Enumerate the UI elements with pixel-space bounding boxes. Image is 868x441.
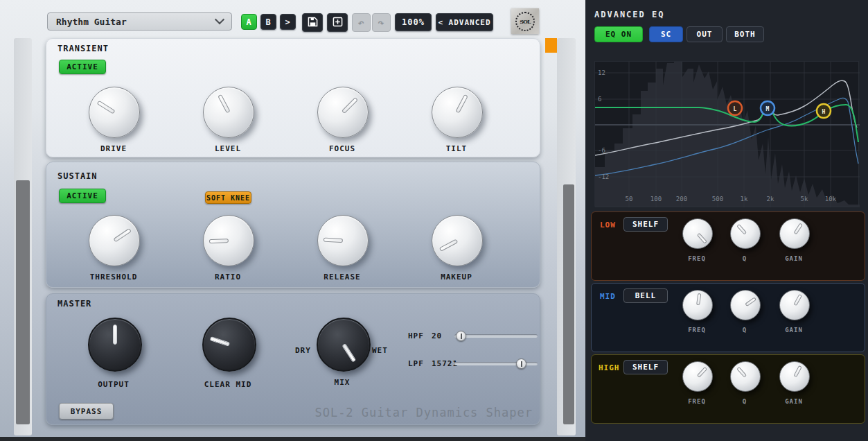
output-knob[interactable] bbox=[88, 318, 142, 372]
clear-mid-knob[interactable] bbox=[202, 318, 256, 372]
low-gain-label: GAIN bbox=[752, 255, 835, 262]
hpf-slider-track[interactable] bbox=[454, 334, 538, 338]
eq-graph-svg: L M H 12 6 -6 -12 50 100 200 bbox=[595, 62, 860, 207]
redo-icon: ↷ bbox=[378, 17, 384, 29]
low-q-knob[interactable] bbox=[730, 218, 761, 249]
high-freq-knob[interactable] bbox=[682, 361, 713, 392]
transient-active-button[interactable]: ACTIVE bbox=[59, 60, 106, 74]
eq-node-mid[interactable]: M bbox=[761, 101, 774, 115]
svg-text:-6: -6 bbox=[598, 147, 605, 154]
svg-text:12: 12 bbox=[598, 69, 605, 76]
eq-both-button[interactable]: BOTH bbox=[726, 26, 764, 42]
high-gain-label: GAIN bbox=[752, 398, 835, 405]
high-gain-knob[interactable] bbox=[779, 361, 810, 392]
eq-out-button[interactable]: OUT bbox=[687, 26, 723, 42]
ab-b-button[interactable]: B bbox=[260, 14, 276, 30]
undo-icon: ↶ bbox=[357, 17, 364, 29]
svg-text:200: 200 bbox=[676, 196, 687, 202]
tilt-label: TILT bbox=[401, 144, 512, 153]
low-band-type-button[interactable]: SHELF bbox=[623, 217, 668, 232]
eq-band-low: LOW SHELF FREQ Q GAIN bbox=[591, 211, 865, 281]
svg-text:2k: 2k bbox=[767, 196, 774, 202]
sustain-title: SUSTAIN bbox=[57, 171, 98, 181]
mid-band-type-button[interactable]: BELL bbox=[623, 288, 668, 303]
makeup-knob[interactable] bbox=[432, 215, 483, 266]
high-q-knob[interactable] bbox=[730, 361, 761, 392]
focus-knob[interactable] bbox=[317, 87, 369, 138]
release-label: RELEASE bbox=[287, 273, 398, 282]
ab-a-button[interactable]: A bbox=[241, 14, 257, 30]
zoom-button[interactable]: 100% bbox=[395, 13, 432, 31]
svg-text:1k: 1k bbox=[741, 196, 748, 202]
lpf-label: LPF bbox=[408, 359, 424, 368]
eq-sc-button[interactable]: SC bbox=[649, 26, 683, 42]
ab-copy-button[interactable]: > bbox=[280, 14, 296, 30]
svg-text:M: M bbox=[766, 106, 770, 112]
mid-q-knob[interactable] bbox=[730, 290, 761, 320]
main-panel: Rhythm Guitar A B > ↶ ↷ 100% < ADVANCED … bbox=[0, 0, 585, 441]
add-preset-button[interactable] bbox=[327, 13, 348, 32]
low-freq-knob[interactable] bbox=[682, 218, 713, 249]
transient-title: TRANSIENT bbox=[57, 44, 109, 53]
high-band-type-button[interactable]: SHELF bbox=[623, 360, 668, 374]
undo-button[interactable]: ↶ bbox=[352, 13, 371, 32]
plugin-name-text: SOL-2 Guitar Dynamics Shaper bbox=[292, 406, 533, 420]
chevron-down-icon bbox=[215, 15, 224, 24]
lpf-slider-handle[interactable] bbox=[516, 358, 526, 369]
tilt-knob[interactable] bbox=[432, 87, 483, 138]
svg-text:100: 100 bbox=[650, 196, 662, 202]
mid-gain-label: GAIN bbox=[752, 327, 835, 334]
drive-knob[interactable] bbox=[89, 87, 140, 138]
drive-label: DRIVE bbox=[58, 144, 169, 153]
eq-on-button[interactable]: EQ ON bbox=[594, 26, 643, 42]
svg-text:5k: 5k bbox=[801, 196, 808, 202]
threshold-knob[interactable] bbox=[89, 215, 140, 266]
advanced-toggle-button[interactable]: < ADVANCED bbox=[436, 13, 493, 31]
ratio-label: RATIO bbox=[172, 273, 283, 282]
advanced-eq-panel: ADVANCED EQ EQ ON SC OUT BOTH bbox=[585, 0, 868, 441]
plus-icon bbox=[333, 17, 343, 29]
makeup-label: MAKEUP bbox=[401, 273, 512, 282]
transient-section: TRANSIENT ACTIVE DRIVE LEVEL FOCUS TILT bbox=[46, 38, 540, 157]
eq-node-low[interactable]: L bbox=[728, 101, 742, 115]
eq-node-high[interactable]: H bbox=[817, 104, 831, 118]
level-label: LEVEL bbox=[172, 144, 283, 153]
left-scrollbar-thumb[interactable] bbox=[16, 180, 30, 424]
eq-title: ADVANCED EQ bbox=[594, 10, 664, 19]
svg-text:10k: 10k bbox=[825, 196, 837, 202]
mid-freq-knob[interactable] bbox=[682, 290, 713, 320]
panel-marker bbox=[545, 38, 557, 53]
save-icon bbox=[308, 17, 318, 29]
save-preset-button[interactable] bbox=[302, 13, 323, 32]
mix-knob[interactable] bbox=[317, 318, 371, 372]
focus-label: FOCUS bbox=[287, 144, 398, 153]
release-knob[interactable] bbox=[317, 215, 369, 266]
master-title: MASTER bbox=[57, 299, 91, 309]
eq-band-high: HIGH SHELF FREQ Q GAIN bbox=[591, 354, 865, 424]
wet-label: WET bbox=[372, 346, 388, 355]
svg-text:6: 6 bbox=[598, 96, 601, 103]
bottom-strip bbox=[0, 437, 585, 441]
mix-label: MIX bbox=[287, 378, 398, 387]
level-knob[interactable] bbox=[203, 87, 254, 138]
low-gain-knob[interactable] bbox=[779, 218, 810, 249]
right-scrollbar-thumb[interactable] bbox=[563, 184, 574, 424]
preset-dropdown[interactable]: Rhythm Guitar bbox=[47, 12, 232, 31]
ratio-knob[interactable] bbox=[203, 215, 254, 266]
svg-text:H: H bbox=[822, 109, 826, 115]
bypass-button[interactable]: BYPASS bbox=[59, 403, 114, 420]
eq-band-mid: MID BELL FREQ Q GAIN bbox=[591, 283, 865, 352]
redo-button[interactable]: ↷ bbox=[372, 13, 391, 32]
soft-knee-button[interactable]: SOFT KNEE bbox=[205, 191, 251, 204]
eq-graph[interactable]: L M H 12 6 -6 -12 50 100 200 bbox=[594, 61, 859, 207]
hpf-slider-handle[interactable] bbox=[456, 331, 466, 341]
mid-gain-knob[interactable] bbox=[779, 290, 810, 320]
svg-text:L: L bbox=[734, 106, 737, 112]
spectrum-silhouette bbox=[595, 62, 860, 207]
sustain-active-button[interactable]: ACTIVE bbox=[59, 189, 106, 203]
plugin-window: Rhythm Guitar A B > ↶ ↷ 100% < ADVANCED … bbox=[0, 0, 868, 441]
svg-text:500: 500 bbox=[712, 196, 723, 202]
svg-text:-12: -12 bbox=[598, 173, 609, 180]
high-band-label: HIGH bbox=[599, 363, 620, 372]
preset-value: Rhythm Guitar bbox=[56, 17, 127, 27]
